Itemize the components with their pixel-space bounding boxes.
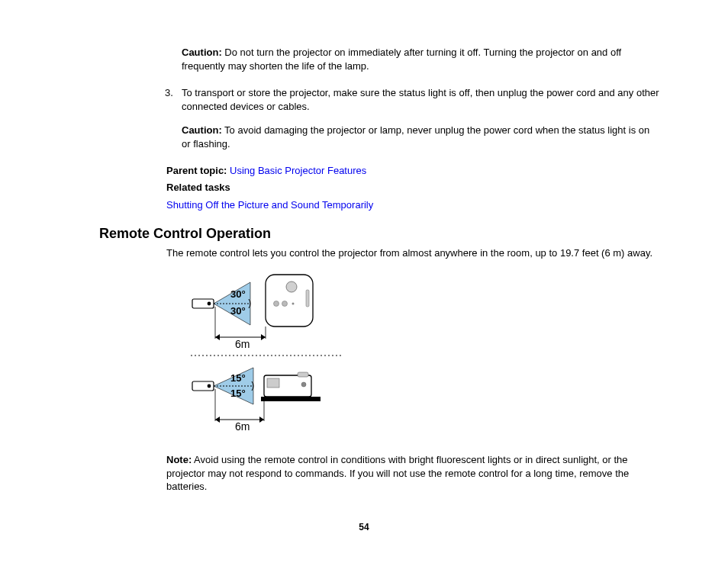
caution-1-label: Caution: bbox=[182, 47, 222, 58]
angle-top-upper: 30° bbox=[230, 288, 246, 300]
svg-point-7 bbox=[292, 303, 295, 305]
step-3-text: To transport or store the projector, mak… bbox=[182, 86, 659, 113]
caution-1-text: Do not turn the projector on immediately… bbox=[182, 47, 621, 72]
distance-top: 6m bbox=[235, 338, 250, 350]
caution-2-label: Caution: bbox=[182, 124, 222, 136]
angle-bottom-upper: 15° bbox=[230, 372, 246, 384]
svg-point-1 bbox=[208, 302, 211, 306]
related-task-link[interactable]: Shutting Off the Picture and Sound Tempo… bbox=[166, 199, 373, 211]
caution-1: Caution: Do not turn the projector on im… bbox=[182, 46, 659, 72]
caution-2-text: To avoid damaging the projector or lamp,… bbox=[182, 124, 649, 150]
svg-rect-8 bbox=[306, 290, 309, 307]
remote-control-diagram: 30° 30° 6m 1 bbox=[191, 269, 659, 444]
svg-point-4 bbox=[286, 282, 297, 292]
parent-topic-link[interactable]: Using Basic Projector Features bbox=[230, 165, 366, 176]
svg-point-20 bbox=[301, 382, 306, 387]
svg-rect-19 bbox=[298, 372, 308, 377]
svg-rect-18 bbox=[267, 378, 279, 388]
related-tasks-label: Related tasks bbox=[166, 181, 659, 195]
svg-point-14 bbox=[208, 384, 211, 388]
parent-topic-label: Parent topic: bbox=[166, 165, 230, 176]
angle-top-lower: 30° bbox=[230, 305, 246, 317]
intro-paragraph: The remote control lets you control the … bbox=[166, 246, 659, 260]
distance-bottom: 6m bbox=[235, 420, 250, 433]
angle-bottom-lower: 15° bbox=[230, 388, 246, 399]
note-label: Note: bbox=[166, 454, 192, 465]
parent-topic-row: Parent topic: Using Basic Projector Feat… bbox=[166, 164, 659, 178]
note-text: Avoid using the remote control in condit… bbox=[166, 454, 629, 492]
page-number: 54 bbox=[0, 522, 728, 532]
svg-rect-16 bbox=[261, 397, 321, 401]
step-3: 3. To transport or store the projector, … bbox=[165, 86, 659, 113]
svg-point-5 bbox=[274, 301, 279, 307]
step-3-number: 3. bbox=[165, 86, 182, 113]
note-paragraph: Note: Avoid using the remote control in … bbox=[166, 453, 659, 494]
caution-2: Caution: To avoid damaging the projector… bbox=[182, 124, 659, 150]
svg-point-6 bbox=[282, 301, 288, 307]
section-heading: Remote Control Operation bbox=[99, 226, 659, 242]
